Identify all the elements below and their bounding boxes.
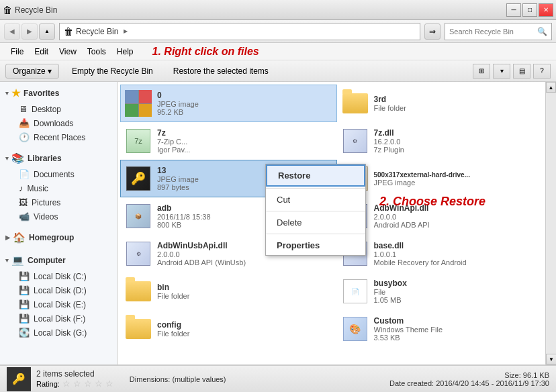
sidebar-item-local-disk-d[interactable]: 💾 Local Disk (D:): [0, 283, 117, 297]
sidebar-item-local-disk-c[interactable]: 💾 Local Disk (C:): [0, 269, 117, 283]
sidebar-item-recent-places[interactable]: 🕐 Recent Places: [0, 130, 117, 144]
file-item-adbwinapi[interactable]: ⚙ AdbWinApi.dll 2.0.0.0 Android ADB API: [337, 197, 554, 235]
menu-file[interactable]: File: [5, 45, 29, 58]
file-item-7zdll[interactable]: ⚙ 7z.dll 16.2.0.0 7z Plugin: [337, 122, 554, 160]
menu-edit[interactable]: Edit: [29, 45, 54, 58]
date-value: 2016/4/20 14:45 - 2016/11/9 17:30: [436, 379, 549, 387]
toolbar: Organize ▾ Empty the Recycle Bin Restore…: [0, 60, 556, 82]
file-item-laptop[interactable]: 💻 500x317xexternal-hard-drive... JPEG im…: [337, 160, 554, 197]
back-button[interactable]: ◀: [4, 23, 20, 40]
search-input[interactable]: [449, 28, 535, 36]
file-icon-7zdll: ⚙: [342, 128, 369, 154]
context-menu-divider1: [266, 188, 365, 189]
file-icon-13: 🔑: [125, 165, 152, 192]
window-title: Recycle Bin: [15, 5, 57, 15]
status-selected-text: 2 items selected: [36, 369, 113, 379]
address-icon: 🗑: [64, 26, 73, 37]
sidebar-item-local-disk-e[interactable]: 💾 Local Disk (E:): [0, 297, 117, 311]
file-item-3rd[interactable]: 3rd File folder: [337, 85, 554, 122]
main-area: ▾ ★ Favorites 🖥 Desktop 📥 Downloads 🕐 Re…: [0, 82, 556, 365]
sidebar-libraries-section: ▾ 📚 Libraries 📄 Documents ♪ Music 🖼 Pict…: [0, 147, 117, 226]
title-bar: 🗑 Recycle Bin ─ □ ✕: [0, 0, 556, 20]
menu-help[interactable]: Help: [111, 45, 139, 58]
empty-recycle-bin-button[interactable]: Empty the Recycle Bin: [64, 64, 160, 79]
status-size: Size: 96.1 KB: [389, 371, 549, 379]
help-button[interactable]: ?: [533, 64, 551, 79]
context-menu-cut[interactable]: Cut: [266, 190, 365, 209]
file-item-bin[interactable]: bin File folder: [120, 273, 337, 310]
file-icon-7z: 7z: [125, 128, 152, 154]
menu-view[interactable]: View: [54, 45, 82, 58]
disk-d-icon: 💾: [19, 285, 30, 295]
menu-tools[interactable]: Tools: [82, 45, 111, 58]
refresh-button[interactable]: ⇒: [424, 23, 441, 40]
videos-icon: 📹: [19, 211, 30, 222]
sidebar-item-pictures[interactable]: 🖼 Pictures: [0, 195, 117, 209]
search-bar[interactable]: 🔍: [445, 23, 552, 40]
file-item-busybox[interactable]: 📄 busybox File 1.05 MB: [337, 273, 554, 310]
status-right: Size: 96.1 KB Date created: 2016/4/20 14…: [389, 371, 549, 387]
scroll-up-button[interactable]: ▲: [546, 82, 556, 93]
file-info-laptop: 500x317xexternal-hard-drive... JPEG imag…: [374, 171, 549, 187]
maximize-button[interactable]: □: [522, 3, 537, 17]
view-options-button[interactable]: ⊞: [473, 64, 490, 79]
context-menu-delete[interactable]: Delete: [266, 213, 365, 232]
file-item-7z[interactable]: 7z 7z 7-Zip C... Igor Pav...: [120, 122, 337, 160]
disk-e-icon: 💾: [19, 299, 30, 309]
view-dropdown-button[interactable]: ▾: [493, 64, 510, 79]
up-button[interactable]: ▲: [39, 23, 55, 40]
sidebar-item-downloads[interactable]: 📥 Downloads: [0, 116, 117, 130]
sidebar-homegroup-header[interactable]: ▶ 🏠 Homegroup: [0, 229, 117, 246]
sidebar-item-local-disk-f[interactable]: 💾 Local Disk (F:): [0, 311, 117, 326]
file-info-0: 0 JPEG image 95.2 KB: [157, 91, 332, 116]
close-button[interactable]: ✕: [539, 3, 553, 17]
file-info-adbwinapi: AdbWinApi.dll 2.0.0.0 Android ADB API: [374, 203, 549, 229]
star4: ☆: [95, 379, 103, 389]
sidebar-homegroup-section: ▶ 🏠 Homegroup: [0, 226, 117, 249]
menu-bar: File Edit View Tools Help 1. Right click…: [0, 43, 556, 60]
date-label: Date created:: [389, 379, 434, 387]
sidebar-item-music[interactable]: ♪ Music: [0, 181, 117, 195]
nav-bar: ◀ ▶ ▲ 🗑 Recycle Bin ▶ ⇒ 🔍: [0, 20, 556, 43]
sidebar-favorites-header[interactable]: ▾ ★ Favorites: [0, 85, 117, 102]
rating-label: Rating:: [36, 380, 60, 388]
file-item-basedll[interactable]: ⚙ base.dll 1.0.0.1 Mobile Recovery for A…: [337, 235, 554, 273]
file-area[interactable]: 0 JPEG image 95.2 KB 3rd File folder 7z: [118, 82, 556, 364]
nav-arrows: ◀ ▶ ▲: [4, 23, 55, 40]
context-menu-properties[interactable]: Properties: [266, 236, 365, 255]
file-item-config[interactable]: config File folder: [120, 310, 337, 348]
expand-icon: ▾: [5, 90, 9, 97]
disk-c-icon: 💾: [19, 271, 30, 281]
context-menu: Restore Cut Delete Properties: [265, 164, 366, 256]
details-pane-button[interactable]: ▤: [513, 64, 530, 79]
restore-selected-button[interactable]: Restore the selected items: [166, 64, 276, 79]
expand-icon: ▾: [5, 257, 9, 264]
scroll-down-button[interactable]: ▼: [546, 354, 556, 364]
file-icon-config: [125, 315, 152, 342]
sidebar-favorites-section: ▾ ★ Favorites 🖥 Desktop 📥 Downloads 🕐 Re…: [0, 82, 117, 147]
size-value: 96.1 KB: [523, 371, 549, 379]
file-item-0[interactable]: 0 JPEG image 95.2 KB: [120, 85, 337, 122]
star1: ☆: [62, 379, 71, 389]
libraries-icon: 📚: [11, 152, 24, 164]
sidebar-computer-header[interactable]: ▾ 💻 Computer: [0, 252, 117, 269]
music-icon: ♪: [19, 183, 24, 193]
file-icon-adbwinusbapi: ⚙: [125, 240, 152, 267]
sidebar-item-videos[interactable]: 📹 Videos: [0, 209, 117, 224]
file-item-custom[interactable]: 🎨 Custom Windows Theme File 3.53 KB: [337, 310, 554, 348]
expand-icon: ▶: [5, 234, 10, 241]
sidebar-item-local-disk-g[interactable]: 💽 Local Disk (G:): [0, 326, 117, 340]
forward-button[interactable]: ▶: [21, 23, 38, 40]
file-area-scrollbar[interactable]: ▲ ▼: [545, 82, 556, 364]
file-icon-bin: [125, 278, 152, 305]
sidebar-libraries-header[interactable]: ▾ 📚 Libraries: [0, 150, 117, 167]
sidebar-item-desktop[interactable]: 🖥 Desktop: [0, 102, 117, 116]
sidebar-item-documents[interactable]: 📄 Documents: [0, 167, 117, 181]
title-bar-left: 🗑 Recycle Bin: [3, 5, 57, 15]
documents-icon: 📄: [19, 169, 30, 179]
minimize-button[interactable]: ─: [506, 3, 521, 17]
address-bar[interactable]: 🗑 Recycle Bin ▶: [59, 23, 420, 40]
context-menu-restore[interactable]: Restore: [266, 164, 365, 187]
organize-button[interactable]: Organize ▾: [5, 64, 59, 79]
computer-icon: 💻: [11, 254, 24, 266]
